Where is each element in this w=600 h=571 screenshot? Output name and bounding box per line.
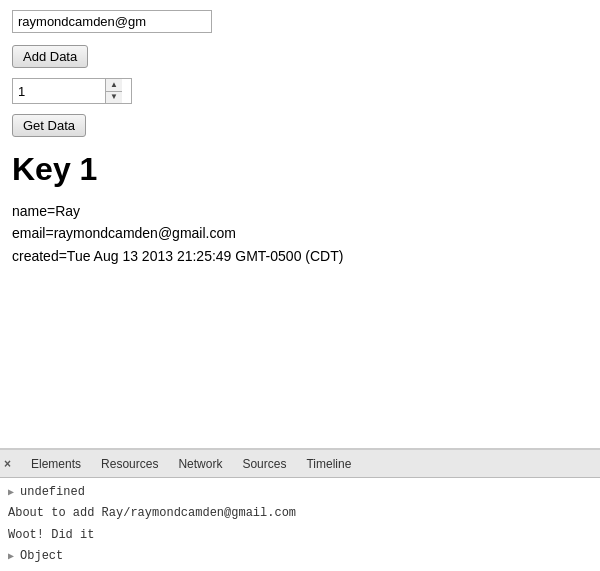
tab-sources[interactable]: Sources <box>232 453 296 475</box>
spinner-down-button[interactable]: ▼ <box>106 92 122 104</box>
console-text-3: Object <box>20 547 63 566</box>
spinner-row: ▲ ▼ <box>12 78 588 104</box>
devtools-close-button[interactable]: × <box>4 457 11 471</box>
key-heading: Key 1 <box>12 151 588 188</box>
console-row-0: ▶ undefined <box>8 482 592 503</box>
console-text-1: About to add Ray/raymondcamden@gmail.com <box>8 504 296 523</box>
tab-network[interactable]: Network <box>168 453 232 475</box>
console-row-2: Woot! Did it <box>8 525 592 546</box>
spinner-up-button[interactable]: ▲ <box>106 79 122 92</box>
console-row-3: ▶ Object <box>8 546 592 567</box>
tab-elements[interactable]: Elements <box>21 453 91 475</box>
data-line-created: created=Tue Aug 13 2013 21:25:49 GMT-050… <box>12 245 588 267</box>
devtools-panel: × Elements Resources Network Sources Tim… <box>0 448 600 571</box>
devtools-tabs: × Elements Resources Network Sources Tim… <box>0 450 600 478</box>
console-row-1: About to add Ray/raymondcamden@gmail.com <box>8 503 592 524</box>
console-text-2: Woot! Did it <box>8 526 94 545</box>
get-data-row: Get Data <box>12 110 588 137</box>
data-line-email: email=raymondcamden@gmail.com <box>12 222 588 244</box>
add-data-button[interactable]: Add Data <box>12 45 88 68</box>
main-content: Add Data ▲ ▼ Get Data Key 1 name=Ray ema… <box>0 0 600 287</box>
spinner-buttons: ▲ ▼ <box>105 79 122 103</box>
devtools-console: ▶ undefined About to add Ray/raymondcamd… <box>0 478 600 571</box>
add-data-row: Add Data <box>12 41 588 68</box>
get-data-button[interactable]: Get Data <box>12 114 86 137</box>
number-input-wrapper: ▲ ▼ <box>12 78 132 104</box>
console-arrow-0: ▶ <box>8 483 14 501</box>
console-text-0: undefined <box>20 483 85 502</box>
tab-resources[interactable]: Resources <box>91 453 168 475</box>
console-arrow-3: ▶ <box>8 547 14 565</box>
email-input-row <box>12 10 588 33</box>
tab-timeline[interactable]: Timeline <box>296 453 361 475</box>
number-input[interactable] <box>13 82 105 101</box>
data-block: name=Ray email=raymondcamden@gmail.com c… <box>12 200 588 267</box>
data-line-name: name=Ray <box>12 200 588 222</box>
email-input[interactable] <box>12 10 212 33</box>
